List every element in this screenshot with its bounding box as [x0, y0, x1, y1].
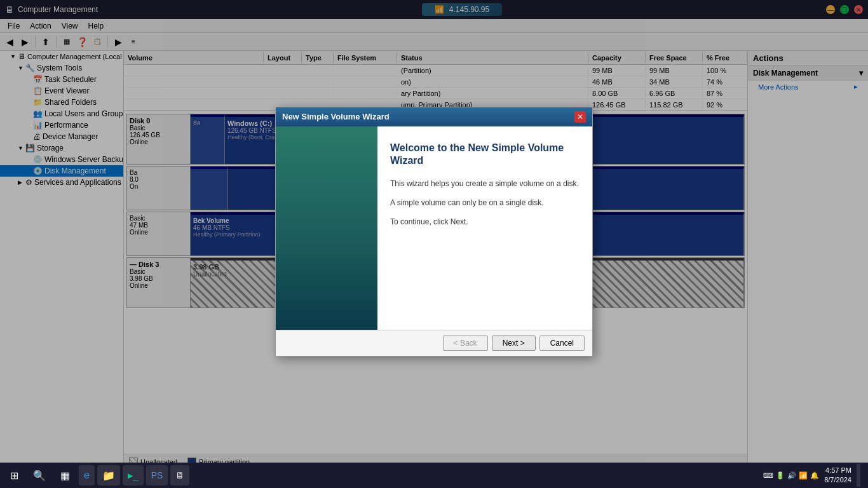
- volume-icon: 🔊: [787, 471, 796, 480]
- network-icon: 🔋: [776, 471, 785, 480]
- task-view-button[interactable]: ▦: [53, 464, 76, 487]
- wizard-body: Welcome to the New Simple Volume Wizard …: [276, 126, 592, 330]
- start-button[interactable]: ⊞: [3, 464, 25, 487]
- rdp-icon: 🖥: [175, 470, 184, 480]
- date-display: 8/7/2024: [824, 475, 851, 485]
- powershell-button[interactable]: PS: [146, 465, 168, 485]
- wizard-dialog: New Simple Volume Wizard ✕ Welcome to th…: [275, 107, 593, 356]
- wizard-text1: This wizard helps you create a simple vo…: [390, 178, 580, 189]
- powershell-icon: PS: [151, 470, 163, 480]
- wizard-text3: To continue, click Next.: [390, 216, 580, 227]
- explorer-button[interactable]: 📁: [97, 465, 120, 485]
- modal-overlay: New Simple Volume Wizard ✕ Welcome to th…: [0, 0, 868, 463]
- wizard-heading: Welcome to the New Simple Volume Wizard: [390, 142, 580, 168]
- keyboard-icon: ⌨: [763, 471, 773, 480]
- terminal-icon: ▶_: [128, 470, 139, 480]
- terminal-button[interactable]: ▶_: [123, 465, 144, 485]
- wizard-text2: A simple volume can only be on a single …: [390, 197, 580, 208]
- clock[interactable]: 4:57 PM 8/7/2024: [824, 466, 851, 485]
- search-button[interactable]: 🔍: [28, 464, 51, 487]
- edge-button[interactable]: e: [79, 465, 95, 485]
- show-desktop-button[interactable]: [857, 464, 860, 487]
- time-display: 4:57 PM: [824, 466, 851, 475]
- wizard-back-button[interactable]: < Back: [443, 336, 488, 351]
- wizard-close-button[interactable]: ✕: [574, 111, 586, 123]
- taskbar: ⊞ 🔍 ▦ e 📁 ▶_ PS 🖥 ⌨ 🔋 🔊 📶 🔔 4:57 PM 8/7/…: [0, 463, 868, 488]
- wizard-title-bar: New Simple Volume Wizard ✕: [276, 107, 592, 126]
- wizard-footer: < Back Next > Cancel: [276, 330, 592, 356]
- wizard-next-button[interactable]: Next >: [492, 336, 536, 351]
- explorer-icon: 📁: [102, 470, 115, 482]
- wizard-sidebar-graphic: [276, 126, 377, 330]
- wizard-cancel-button[interactable]: Cancel: [539, 336, 585, 351]
- notification-icon: 🔔: [810, 471, 819, 480]
- wizard-title-label: New Simple Volume Wizard: [282, 112, 390, 121]
- edge-icon: e: [84, 470, 90, 481]
- sys-tray: ⌨ 🔋 🔊 📶 🔔: [763, 471, 819, 480]
- wizard-content: Welcome to the New Simple Volume Wizard …: [377, 126, 592, 330]
- network-wifi-icon: 📶: [799, 471, 808, 480]
- rdp-button[interactable]: 🖥: [170, 465, 189, 485]
